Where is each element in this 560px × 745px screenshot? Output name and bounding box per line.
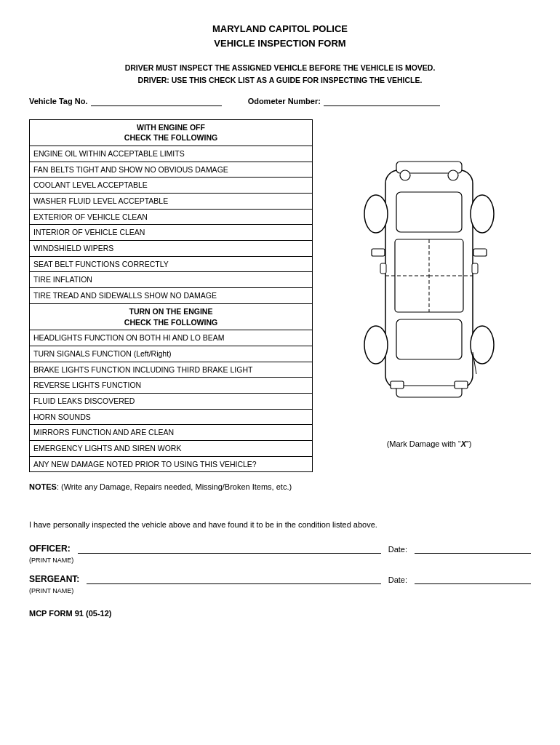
- sergeant-date-line[interactable]: [415, 575, 531, 584]
- item-mirrors: MIRRORS FUNCTION AND ARE CLEAN: [30, 425, 313, 441]
- damage-note-after: ”): [466, 439, 471, 448]
- sergeant-label: SERGEANT:: [29, 574, 79, 584]
- svg-rect-17: [372, 249, 385, 256]
- officer-print-name: (PRINT NAME): [29, 557, 531, 564]
- item-seatbelt: SEAT BELT FUNCTIONS CORRECTLY: [30, 256, 313, 272]
- sergeant-print-name: (PRINT NAME): [29, 587, 531, 594]
- checklist-table: WITH ENGINE OFF CHECK THE FOLLOWING ENGI…: [29, 119, 313, 473]
- item-headlights: HEADLIGHTS FUNCTION ON BOTH HI AND LO BE…: [30, 330, 313, 346]
- tag-label: Vehicle Tag No.: [29, 97, 88, 105]
- table-row: TURN SIGNALS FUNCTION (Left/Right): [30, 346, 313, 362]
- table-row: SEAT BELT FUNCTIONS CORRECTLY: [30, 256, 313, 272]
- officer-date-line[interactable]: [415, 544, 531, 554]
- item-emergency-lights: EMERGENCY LIGHTS AND SIREN WORK: [30, 441, 313, 457]
- table-row: FAN BELTS TIGHT AND SHOW NO OBVIOUS DAMA…: [30, 162, 313, 178]
- svg-point-7: [471, 195, 494, 233]
- svg-rect-20: [455, 381, 468, 389]
- statement: I have personally inspected the vehicle …: [29, 520, 531, 529]
- svg-rect-1: [396, 192, 462, 232]
- svg-rect-16: [472, 263, 478, 274]
- damage-note: (Mark Damage with “X”): [387, 439, 472, 448]
- section1-header1: WITH ENGINE OFF: [137, 123, 205, 132]
- table-row: HORN SOUNDS: [30, 409, 313, 425]
- sergeant-row: SERGEANT: Date:: [29, 574, 531, 584]
- table-row: TIRE INFLATION: [30, 272, 313, 288]
- car-diagram-area: (Mark Damage with “X”): [327, 119, 531, 473]
- header-line1: MARYLAND CAPITOL POLICE: [212, 23, 348, 34]
- table-row: HEADLIGHTS FUNCTION ON BOTH HI AND LO BE…: [30, 330, 313, 346]
- item-engine-oil: ENGINE OIL WITHIN ACCEPTABLE LIMITS: [30, 146, 313, 162]
- section1-header-row: WITH ENGINE OFF CHECK THE FOLLOWING: [30, 119, 313, 146]
- notes-description: : (Write any Damage, Repairs needed, Mis…: [57, 482, 292, 491]
- notes-section: NOTES: (Write any Damage, Repairs needed…: [29, 482, 531, 491]
- table-row: TIRE TREAD AND SIDEWALLS SHOW NO DAMAGE: [30, 288, 313, 304]
- item-exterior: EXTERIOR OF VEHICLE CLEAN: [30, 209, 313, 225]
- sergeant-signature-line[interactable]: [87, 575, 380, 584]
- subtitle-section: DRIVER MUST INSPECT THE ASSIGNED VEHICLE…: [29, 62, 531, 87]
- table-row: WINDSHIELD WIPERS: [30, 241, 313, 257]
- form-footer: MCP FORM 91 (05-12): [29, 609, 531, 618]
- vehicle-fields: Vehicle Tag No. Odometer Number:: [29, 97, 531, 106]
- officer-print-label: (PRINT NAME): [29, 557, 73, 564]
- item-tire-inflation: TIRE INFLATION: [30, 272, 313, 288]
- header-line2: VEHICLE INSPECTION FORM: [214, 38, 345, 49]
- item-new-damage: ANY NEW DAMAGE NOTED PRIOR TO USING THIS…: [30, 456, 313, 472]
- item-turn-signals: TURN SIGNALS FUNCTION (Left/Right): [30, 346, 313, 362]
- odometer-field[interactable]: [324, 97, 440, 106]
- officer-signature-line[interactable]: [78, 544, 381, 554]
- svg-rect-18: [473, 249, 487, 256]
- table-row: COOLANT LEVEL ACCEPTABLE: [30, 178, 313, 194]
- table-row: MIRRORS FUNCTION AND ARE CLEAN: [30, 425, 313, 441]
- section1-header2: CHECK THE FOLLOWING: [124, 133, 217, 142]
- table-row: ANY NEW DAMAGE NOTED PRIOR TO USING THIS…: [30, 456, 313, 472]
- item-fan-belts: FAN BELTS TIGHT AND SHOW NO OBVIOUS DAMA…: [30, 162, 313, 178]
- svg-rect-15: [380, 263, 386, 274]
- item-washer-fluid: WASHER FLUID LEVEL ACCEPTABLE: [30, 194, 313, 210]
- subtitle-line1: DRIVER MUST INSPECT THE ASSIGNED VEHICLE…: [125, 63, 436, 72]
- table-row: EMERGENCY LIGHTS AND SIREN WORK: [30, 441, 313, 457]
- form-number: MCP FORM 91 (05-12): [29, 609, 112, 618]
- item-wipers: WINDSHIELD WIPERS: [30, 241, 313, 257]
- table-row: FLUID LEAKS DISCOVERED: [30, 393, 313, 409]
- item-interior: INTERIOR OF VEHICLE CLEAN: [30, 225, 313, 241]
- svg-point-8: [364, 326, 388, 364]
- section2-header-row: TURN ON THE ENGINE CHECK THE FOLLOWING: [30, 303, 313, 330]
- item-brake-lights: BRAKE LIGHTS FUNCTION INCLUDING THIRD BR…: [30, 362, 313, 378]
- table-row: ENGINE OIL WITHIN ACCEPTABLE LIMITS: [30, 146, 313, 162]
- item-coolant: COOLANT LEVEL ACCEPTABLE: [30, 178, 313, 194]
- section2-header: TURN ON THE ENGINE CHECK THE FOLLOWING: [30, 303, 313, 330]
- svg-point-10: [400, 170, 410, 180]
- notes-label: NOTES: [29, 482, 57, 491]
- page-header: MARYLAND CAPITOL POLICE VEHICLE INSPECTI…: [29, 22, 531, 50]
- officer-label: OFFICER:: [29, 543, 71, 554]
- section1-header: WITH ENGINE OFF CHECK THE FOLLOWING: [30, 119, 313, 146]
- tag-field[interactable]: [91, 97, 222, 106]
- svg-point-11: [448, 170, 458, 180]
- svg-rect-5: [396, 386, 462, 397]
- subtitle-line2: DRIVER: USE THIS CHECK LIST AS A GUIDE F…: [138, 76, 423, 84]
- table-row: WASHER FLUID LEVEL ACCEPTABLE: [30, 194, 313, 210]
- table-row: INTERIOR OF VEHICLE CLEAN: [30, 225, 313, 241]
- table-row: REVERSE LIGHTS FUNCTION: [30, 378, 313, 394]
- item-fluid-leaks: FLUID LEAKS DISCOVERED: [30, 393, 313, 409]
- damage-note-before: (Mark Damage with “: [387, 439, 461, 448]
- header-title: MARYLAND CAPITOL POLICE VEHICLE INSPECTI…: [29, 22, 531, 50]
- item-reverse-lights: REVERSE LIGHTS FUNCTION: [30, 378, 313, 394]
- sergeant-print-label: (PRINT NAME): [29, 587, 73, 594]
- svg-rect-19: [391, 381, 404, 389]
- statement-text: I have personally inspected the vehicle …: [29, 520, 377, 529]
- section2-header2: CHECK THE FOLLOWING: [124, 318, 217, 327]
- officer-row: OFFICER: Date:: [29, 543, 531, 554]
- car-diagram: [345, 127, 513, 434]
- main-content: WITH ENGINE OFF CHECK THE FOLLOWING ENGI…: [29, 119, 531, 473]
- signature-section: I have personally inspected the vehicle …: [29, 520, 531, 594]
- date-label-sergeant: Date:: [388, 575, 407, 584]
- svg-rect-3: [396, 319, 462, 359]
- section2-header1: TURN ON THE ENGINE: [129, 307, 213, 316]
- damage-x: X: [461, 439, 466, 448]
- item-tire-tread: TIRE TREAD AND SIDEWALLS SHOW NO DAMAGE: [30, 288, 313, 304]
- odometer-label: Odometer Number:: [248, 97, 321, 105]
- item-horn: HORN SOUNDS: [30, 409, 313, 425]
- table-row: EXTERIOR OF VEHICLE CLEAN: [30, 209, 313, 225]
- svg-point-6: [364, 195, 388, 233]
